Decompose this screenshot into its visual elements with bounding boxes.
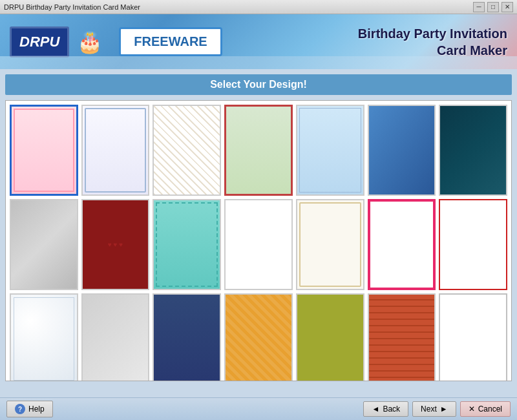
design-card-6[interactable]	[368, 105, 436, 196]
drpu-logo: DRPU	[10, 26, 69, 58]
maximize-button[interactable]: □	[487, 2, 499, 12]
help-icon: ?	[15, 404, 25, 414]
design-card-7[interactable]	[439, 105, 507, 196]
design-card-21[interactable]	[439, 293, 507, 381]
title-bar: DRPU Birthday Party Invitation Card Make…	[0, 0, 517, 14]
close-button[interactable]: ✕	[501, 2, 513, 12]
design-card-8[interactable]	[10, 199, 78, 290]
next-button[interactable]: Next ►	[412, 401, 456, 417]
freeware-badge: FREEWARE	[119, 27, 222, 56]
design-card-19[interactable]	[296, 293, 364, 381]
help-label: Help	[28, 404, 45, 414]
design-card-3[interactable]	[153, 105, 221, 196]
help-button[interactable]: ? Help	[6, 401, 53, 417]
design-card-9[interactable]	[81, 199, 150, 290]
next-label: Next	[421, 404, 437, 414]
birthday-cake-icon: 🎂	[77, 30, 103, 54]
design-card-11[interactable]	[224, 199, 293, 290]
design-card-16[interactable]	[81, 293, 150, 381]
design-card-18[interactable]	[224, 293, 293, 381]
cancel-icon: ✕	[469, 404, 475, 414]
footer-left: ? Help	[6, 401, 53, 417]
select-design-label: Select Your Design!	[5, 74, 512, 95]
design-card-10[interactable]	[153, 199, 221, 290]
app-title: Birthday Party Invitation Card Maker	[358, 25, 507, 59]
next-arrow-icon: ►	[440, 404, 448, 414]
design-card-13[interactable]	[368, 199, 436, 290]
footer: ? Help ◄ Back Next ► ✕ Cancel	[0, 397, 517, 420]
design-card-17[interactable]	[153, 293, 221, 381]
footer-right: ◄ Back Next ► ✕ Cancel	[363, 401, 511, 417]
design-card-2[interactable]	[81, 105, 150, 196]
main-content: Select Your Design!	[0, 69, 517, 397]
back-button[interactable]: ◄ Back	[363, 401, 408, 417]
minimize-button[interactable]: ─	[473, 2, 485, 12]
design-card-1[interactable]	[10, 105, 78, 196]
cancel-label: Cancel	[478, 404, 502, 414]
title-bar-controls: ─ □ ✕	[473, 2, 513, 12]
design-grid	[10, 105, 507, 381]
design-card-4[interactable]	[224, 105, 293, 196]
design-card-15[interactable]	[10, 293, 78, 381]
cancel-button[interactable]: ✕ Cancel	[460, 401, 511, 417]
header: DRPU 🎂 FREEWARE Birthday Party Invitatio…	[0, 14, 517, 69]
design-card-5[interactable]	[296, 105, 364, 196]
design-grid-container[interactable]	[5, 100, 512, 381]
design-card-14[interactable]	[439, 199, 507, 290]
design-card-20[interactable]	[368, 293, 436, 381]
back-arrow-icon: ◄	[372, 404, 379, 414]
design-card-12[interactable]	[296, 199, 364, 290]
back-label: Back	[383, 404, 400, 414]
title-bar-text: DRPU Birthday Party Invitation Card Make…	[4, 3, 140, 11]
